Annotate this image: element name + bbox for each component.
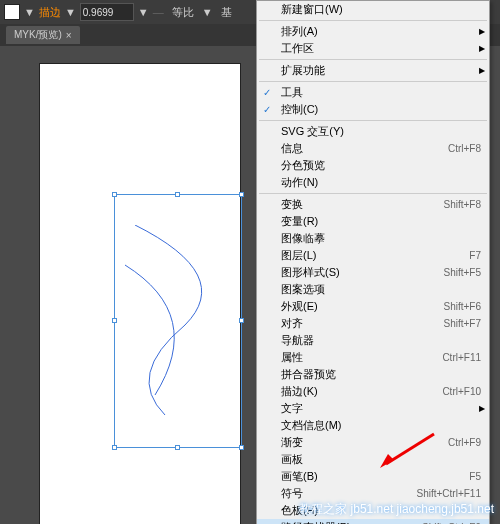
menu-item[interactable]: 画板 (257, 451, 489, 468)
menu-item-label: 工作区 (281, 41, 481, 56)
stroke-weight-input[interactable]: 0.9699 (80, 3, 134, 21)
menu-item-label: 图案选项 (281, 282, 481, 297)
menu-item[interactable]: 图案选项 (257, 281, 489, 298)
resize-handle[interactable] (112, 318, 117, 323)
submenu-arrow-icon: ▶ (479, 404, 485, 413)
menu-item-label: 文档信息(M) (281, 418, 481, 433)
menu-item-label: 新建窗口(W) (281, 2, 481, 17)
menu-item-label: 符号 (281, 486, 417, 501)
watermark: 脚本之家教程 (86, 502, 170, 520)
menu-item-label: 导航器 (281, 333, 481, 348)
menu-item-label: 排列(A) (281, 24, 481, 39)
watermark: 教程之家 jb51.net jiaocheng.jb51.net (299, 501, 494, 518)
menu-item-label: 外观(E) (281, 299, 443, 314)
submenu-arrow-icon: ▶ (479, 66, 485, 75)
menu-item[interactable]: 拼合器预览 (257, 366, 489, 383)
menu-item[interactable]: 图形样式(S)Shift+F5 (257, 264, 489, 281)
menu-item[interactable]: 排列(A)▶ (257, 23, 489, 40)
check-icon: ✓ (263, 104, 271, 115)
dropdown-arrow[interactable]: ▼ (24, 6, 35, 18)
menu-shortcut: Shift+Ctrl+F11 (417, 488, 481, 499)
submenu-arrow-icon: ▶ (479, 44, 485, 53)
menu-item[interactable]: SVG 交互(Y) (257, 123, 489, 140)
selection-bounds[interactable] (114, 194, 242, 448)
menu-item-label: 扩展功能 (281, 63, 481, 78)
resize-handle[interactable] (175, 192, 180, 197)
menu-separator (259, 20, 487, 21)
menu-item-label: 分色预览 (281, 158, 481, 173)
menu-item-label: 图层(L) (281, 248, 469, 263)
menu-separator (259, 193, 487, 194)
menu-item[interactable]: 新建窗口(W) (257, 1, 489, 18)
menu-item[interactable]: ✓工具 (257, 84, 489, 101)
window-menu: 新建窗口(W)排列(A)▶工作区▶扩展功能▶✓工具✓控制(C)SVG 交互(Y)… (256, 0, 490, 524)
dropdown-arrow[interactable]: ▼ (65, 6, 76, 18)
menu-item[interactable]: 导航器 (257, 332, 489, 349)
menu-item[interactable]: 路径查找器(P)Shift+Ctrl+F9 (257, 519, 489, 524)
submenu-arrow-icon: ▶ (479, 27, 485, 36)
menu-item[interactable]: 外观(E)Shift+F6 (257, 298, 489, 315)
menu-item[interactable]: 描边(K)Ctrl+F10 (257, 383, 489, 400)
menu-shortcut: Shift+F7 (443, 318, 481, 329)
resize-handle[interactable] (239, 318, 244, 323)
menu-separator (259, 120, 487, 121)
tab-label: MYK/预览) (14, 28, 62, 42)
menu-shortcut: Ctrl+F9 (448, 437, 481, 448)
menu-item-label: 图形样式(S) (281, 265, 443, 280)
menu-shortcut: Ctrl+F11 (442, 352, 481, 363)
menu-item-label: 动作(N) (281, 175, 481, 190)
menu-shortcut: Ctrl+F8 (448, 143, 481, 154)
menu-item-label: 变换 (281, 197, 443, 212)
resize-handle[interactable] (175, 445, 180, 450)
menu-item[interactable]: 图层(L)F7 (257, 247, 489, 264)
menu-shortcut: Ctrl+F10 (442, 386, 481, 397)
menu-shortcut: F5 (469, 471, 481, 482)
menu-item[interactable]: 变量(R) (257, 213, 489, 230)
menu-item[interactable]: 符号Shift+Ctrl+F11 (257, 485, 489, 502)
dropdown-arrow[interactable]: ▼ (202, 6, 213, 18)
menu-item[interactable]: 变换Shift+F8 (257, 196, 489, 213)
resize-handle[interactable] (239, 445, 244, 450)
menu-item[interactable]: 信息Ctrl+F8 (257, 140, 489, 157)
menu-item-label: 变量(R) (281, 214, 481, 229)
menu-item[interactable]: 文字▶ (257, 400, 489, 417)
menu-item[interactable]: 对齐Shift+F7 (257, 315, 489, 332)
menu-item-label: 控制(C) (281, 102, 481, 117)
check-icon: ✓ (263, 87, 271, 98)
menu-item[interactable]: 分色预览 (257, 157, 489, 174)
fill-swatch[interactable] (4, 4, 20, 20)
menu-item-label: 属性 (281, 350, 442, 365)
menu-separator (259, 81, 487, 82)
menu-item[interactable]: 文档信息(M) (257, 417, 489, 434)
resize-handle[interactable] (239, 192, 244, 197)
dropdown-arrow[interactable]: ▼ (138, 6, 149, 18)
menu-item[interactable]: 渐变Ctrl+F9 (257, 434, 489, 451)
menu-item[interactable]: 图像临摹 (257, 230, 489, 247)
menu-item-label: 路径查找器(P) (281, 520, 422, 524)
menu-item-label: 信息 (281, 141, 448, 156)
close-icon[interactable]: × (66, 30, 72, 41)
menu-item[interactable]: 扩展功能▶ (257, 62, 489, 79)
menu-item[interactable]: 动作(N) (257, 174, 489, 191)
path-shape[interactable] (125, 225, 235, 415)
menu-item-label: 拼合器预览 (281, 367, 481, 382)
scale-dropdown[interactable]: 等比 (168, 3, 198, 21)
menu-item-label: 工具 (281, 85, 481, 100)
menu-item[interactable]: 画笔(B)F5 (257, 468, 489, 485)
menu-item-label: SVG 交互(Y) (281, 124, 481, 139)
document-tab[interactable]: MYK/预览) × (6, 26, 80, 44)
menu-item[interactable]: 属性Ctrl+F11 (257, 349, 489, 366)
menu-shortcut: Shift+F8 (443, 199, 481, 210)
menu-item[interactable]: ✓控制(C) (257, 101, 489, 118)
menu-shortcut: Shift+F6 (443, 301, 481, 312)
base-dropdown[interactable]: 基 (217, 3, 236, 21)
menu-item-label: 描边(K) (281, 384, 442, 399)
menu-item-label: 图像临摹 (281, 231, 481, 246)
resize-handle[interactable] (112, 445, 117, 450)
resize-handle[interactable] (112, 192, 117, 197)
menu-shortcut: F7 (469, 250, 481, 261)
menu-shortcut: Shift+F5 (443, 267, 481, 278)
menu-item-label: 画板 (281, 452, 481, 467)
menu-item-label: 画笔(B) (281, 469, 469, 484)
menu-item[interactable]: 工作区▶ (257, 40, 489, 57)
